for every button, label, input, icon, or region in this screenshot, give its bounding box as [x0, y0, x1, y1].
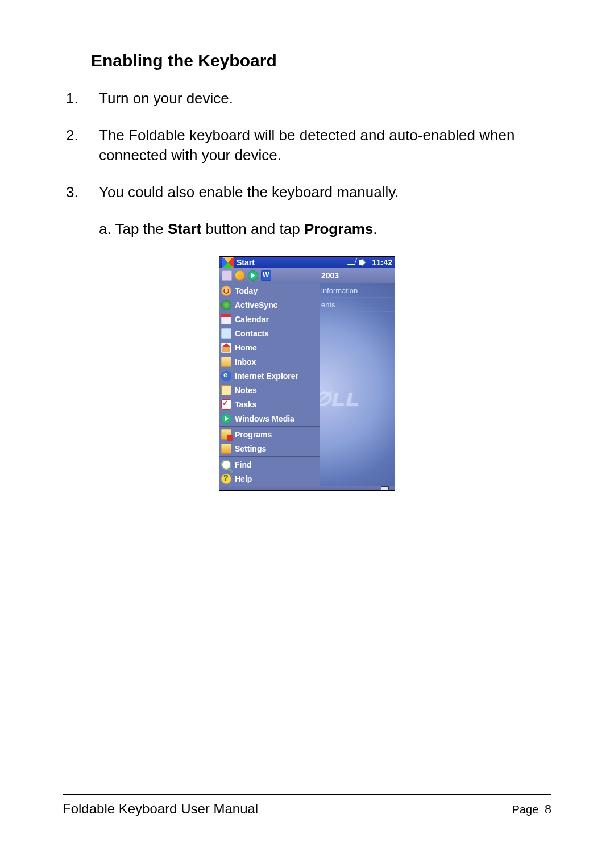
activesync-icon	[221, 300, 231, 310]
menu-item-find[interactable]: Find	[219, 457, 320, 471]
owner-info-row[interactable]: information	[320, 283, 395, 298]
menu-label: Find	[235, 460, 252, 469]
pocketpc-screenshot: Start 11:42 D∅LL Today ActiveSync Calend…	[219, 256, 395, 491]
calendar-icon	[221, 314, 231, 324]
step-1: 1. Turn on your device.	[63, 89, 551, 108]
menu-item-calendar[interactable]: Calendar	[219, 312, 320, 326]
step-number: 3.	[63, 182, 99, 202]
menu-label: Help	[235, 474, 252, 483]
menu-label: Internet Explorer	[235, 372, 298, 381]
menu-item-today[interactable]: Today	[219, 283, 320, 298]
appointments-row[interactable]: ents	[320, 298, 395, 312]
contacts-icon	[221, 328, 231, 339]
volume-icon[interactable]	[359, 258, 368, 266]
today-date-row[interactable]: 2003	[320, 268, 395, 283]
step-2: 2. The Foldable keyboard will be detecte…	[63, 126, 551, 165]
menu-item-ie[interactable]: Internet Explorer	[219, 369, 320, 383]
quicklaunch-icon[interactable]	[261, 270, 271, 281]
manual-title: Foldable Keyboard User Manual	[63, 801, 258, 817]
step-text: You could also enable the keyboard manua…	[99, 182, 551, 202]
menu-label: Programs	[235, 430, 272, 439]
substep-text: .	[373, 220, 377, 237]
step-number: 2.	[63, 126, 99, 165]
ie-icon	[221, 371, 231, 381]
section-heading: Enabling the Keyboard	[91, 51, 551, 70]
substep-a: a. Tap the Start button and tap Programs…	[99, 219, 551, 239]
substep-text: button and tap	[201, 220, 304, 237]
menu-label: Windows Media	[235, 414, 294, 423]
quicklaunch-icon[interactable]	[222, 270, 232, 281]
menu-item-help[interactable]: Help	[219, 471, 320, 486]
substep-text: a. Tap the	[99, 220, 168, 237]
menu-item-programs[interactable]: Programs	[219, 427, 320, 441]
menu-label: Settings	[235, 444, 266, 453]
menu-label: Notes	[235, 386, 257, 395]
menu-item-windowsmedia[interactable]: Windows Media	[219, 411, 320, 425]
menu-item-contacts[interactable]: Contacts	[219, 326, 320, 340]
help-icon	[221, 474, 231, 484]
menu-label: Calendar	[235, 315, 269, 324]
menu-separator	[219, 456, 320, 457]
sip-keyboard-icon[interactable]	[381, 486, 391, 491]
find-icon	[221, 460, 231, 470]
settings-icon	[221, 444, 231, 454]
media-icon	[221, 414, 231, 424]
titlebar[interactable]: Start 11:42	[219, 257, 395, 268]
menu-item-activesync[interactable]: ActiveSync	[219, 298, 320, 312]
home-icon	[221, 343, 231, 353]
menu-item-tasks[interactable]: Tasks	[219, 397, 320, 411]
bold-start: Start	[168, 220, 201, 237]
step-text: The Foldable keyboard will be detected a…	[99, 126, 551, 165]
page-footer: Foldable Keyboard User Manual Page 8	[63, 794, 551, 817]
menu-separator	[219, 426, 320, 427]
step-number: 1.	[63, 89, 99, 108]
clock[interactable]: 11:42	[370, 258, 392, 267]
command-bar	[219, 486, 395, 491]
inbox-icon	[221, 357, 231, 367]
menu-item-home[interactable]: Home	[219, 340, 320, 354]
programs-icon	[221, 429, 231, 440]
menu-items: Today ActiveSync Calendar Contacts Home …	[219, 283, 320, 486]
menu-label: ActiveSync	[235, 301, 277, 310]
today-screen-partial: 2003 information ents	[320, 268, 395, 486]
menu-item-notes[interactable]: Notes	[219, 383, 320, 397]
bold-programs: Programs	[304, 220, 373, 237]
quicklaunch-icon[interactable]	[248, 270, 258, 281]
step-text: Turn on your device.	[99, 89, 551, 108]
menu-label: Home	[235, 343, 257, 352]
quicklaunch-icon[interactable]	[235, 270, 245, 281]
menu-item-settings[interactable]: Settings	[219, 441, 320, 456]
connectivity-icon[interactable]	[347, 258, 356, 266]
start-menu: Today ActiveSync Calendar Contacts Home …	[219, 268, 320, 486]
notes-icon	[221, 385, 231, 395]
step-3: 3. You could also enable the keyboard ma…	[63, 182, 551, 202]
tasks-icon	[221, 399, 231, 410]
menu-label: Inbox	[235, 357, 256, 366]
menu-item-inbox[interactable]: Inbox	[219, 354, 320, 369]
today-icon	[221, 286, 231, 296]
menu-label: Tasks	[235, 400, 257, 409]
steps-list: 1. Turn on your device. 2. The Foldable …	[63, 89, 551, 239]
menu-label: Contacts	[235, 329, 269, 338]
page-label: Page	[512, 803, 539, 816]
row-separator	[320, 312, 395, 312]
menu-label: Today	[235, 286, 258, 295]
start-button[interactable]: Start	[237, 258, 255, 267]
quick-launch-row	[219, 268, 320, 283]
windows-flag-icon[interactable]	[222, 257, 234, 268]
page-number: 8	[545, 802, 551, 816]
